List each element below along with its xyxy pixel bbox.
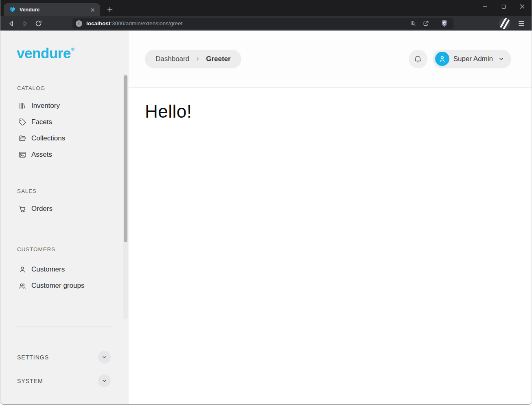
browser-window: Vendure [0,0,532,405]
chevron-down-icon [498,55,505,62]
system-label: SYSTEM [17,378,43,384]
header-actions: Super Admin [409,50,511,68]
browser-tab-vendure[interactable]: Vendure [4,3,100,16]
browser-profile-avatar[interactable] [499,18,510,29]
tag-icon [18,118,26,126]
notifications-bell-icon[interactable] [409,50,427,68]
sidebar-item-label: Inventory [31,102,60,110]
sidebar-item-inventory[interactable]: Inventory [0,98,129,114]
sidebar-item-label: Customers [31,265,65,274]
sidebar-item-customers[interactable]: Customers [0,261,129,278]
zoom-icon[interactable] [407,19,418,28]
user-icon [18,265,26,274]
sidebar-item-assets[interactable]: Assets [0,147,129,163]
forward-icon[interactable] [19,18,31,29]
sidebar-scrollbar-track[interactable] [123,74,128,320]
url-host: localhost [86,20,110,26]
urlbar-actions [407,19,449,28]
new-tab-button[interactable] [104,4,116,15]
sidebar-divider [17,326,111,326]
section-label-catalog: CATALOG [17,85,129,91]
library-icon [18,102,26,110]
vendure-admin-app: vendure® CATALOG Inventory Facets [0,31,532,405]
site-info-icon[interactable] [76,20,82,27]
chevron-down-icon[interactable] [98,374,111,387]
sidebar-item-facets[interactable]: Facets [0,114,129,130]
share-icon[interactable] [420,19,431,28]
urlbar-divider [435,20,435,27]
chevron-right-icon [195,56,201,62]
sidebar-item-collections[interactable]: Collections [0,130,129,147]
browser-menu-icon[interactable] [515,18,528,29]
minimize-button[interactable] [475,0,494,13]
page-content: Hello! [129,88,532,405]
sidebar-section-system[interactable]: SYSTEM [17,374,111,387]
section-label-sales: SALES [17,188,129,194]
tab-close-icon[interactable] [89,6,96,13]
section-label-customers: CUSTOMERS [17,246,129,252]
url-path: :3000/admin/extensions/greet [110,20,182,26]
browser-titlebar: Vendure [0,0,532,16]
sidebar: vendure® CATALOG Inventory Facets [0,31,129,405]
tab-title: Vendure [20,7,89,13]
cart-icon [18,205,26,213]
registered-mark: ® [71,47,74,52]
sidebar-item-customer-groups[interactable]: Customer groups [0,278,129,294]
vendure-logo-text: vendure [17,45,71,61]
chevron-down-icon[interactable] [98,351,111,363]
window-controls [475,0,532,13]
browser-toolbar: localhost:3000/admin/extensions/greet [0,16,532,31]
brave-shield-icon[interactable] [439,19,449,28]
sidebar-item-label: Assets [31,151,52,159]
user-menu[interactable]: Super Admin [433,50,511,68]
vendure-logo[interactable]: vendure® [17,45,129,61]
folder-icon [18,134,26,142]
greeting-heading: Hello! [145,101,532,122]
url-text: localhost:3000/admin/extensions/greet [86,20,407,26]
user-name: Super Admin [453,55,493,63]
back-icon[interactable] [5,18,18,29]
close-button[interactable] [513,0,532,13]
maximize-button[interactable] [494,0,513,13]
sidebar-item-label: Collections [31,134,65,142]
users-icon [18,282,26,290]
toolbar-right-cluster [499,18,528,29]
sidebar-item-label: Customer groups [31,282,84,290]
user-avatar [435,52,449,66]
sidebar-item-label: Orders [31,205,53,213]
sidebar-scrollbar-thumb[interactable] [124,75,127,242]
breadcrumb-dashboard-link[interactable]: Dashboard [155,55,189,63]
breadcrumb-current: Greeter [206,55,230,63]
page-header: Dashboard Greeter Super Admin [129,31,532,88]
address-bar[interactable]: localhost:3000/admin/extensions/greet [72,18,453,29]
image-icon [18,151,26,159]
breadcrumb: Dashboard Greeter [145,50,241,68]
sidebar-item-label: Facets [31,118,52,126]
vendure-favicon [9,7,16,13]
settings-label: SETTINGS [17,354,49,361]
reload-icon[interactable] [32,18,44,29]
sidebar-item-orders[interactable]: Orders [0,201,129,217]
sidebar-section-settings[interactable]: SETTINGS [17,351,111,363]
main-area: Dashboard Greeter Super Admin [129,31,532,405]
